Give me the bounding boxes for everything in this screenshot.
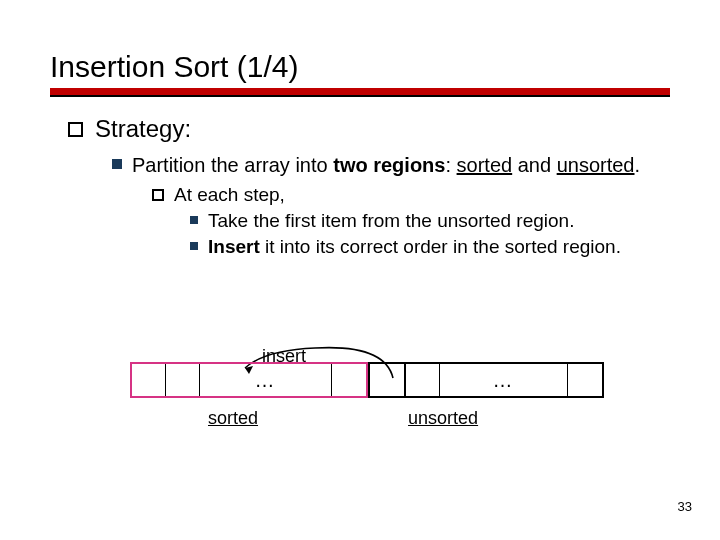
- bullet-l4b: Insert it into its correct order in the …: [190, 235, 670, 259]
- solid-square-icon: [112, 159, 122, 169]
- array-cell: [132, 364, 166, 396]
- slide-title: Insertion Sort (1/4): [50, 50, 670, 84]
- bullet-l1-text: Strategy:: [95, 115, 191, 143]
- l2-u1: sorted: [457, 154, 513, 176]
- array-box: … …: [130, 362, 610, 398]
- solid-square-icon: [190, 216, 198, 224]
- array-cell: [166, 364, 200, 396]
- bullet-l3: At each step,: [152, 183, 670, 207]
- unsorted-label: unsorted: [408, 408, 478, 429]
- hollow-square-icon: [152, 189, 164, 201]
- l2-mid: :: [445, 154, 456, 176]
- ellipsis-cell: …: [440, 364, 568, 396]
- bullet-l1: Strategy:: [68, 115, 670, 143]
- ellipsis-cell: …: [200, 364, 332, 396]
- bullet-l3-text: At each step,: [174, 183, 285, 207]
- region-labels: sorted unsorted: [130, 408, 610, 429]
- sorted-region: …: [130, 362, 368, 398]
- l2-end: .: [635, 154, 641, 176]
- unsorted-region: …: [368, 362, 604, 398]
- array-cell: [332, 364, 366, 396]
- first-unsorted-cell: [368, 364, 406, 396]
- l4b-rest: it into its correct order in the sorted …: [260, 236, 621, 257]
- l2-bold: two regions: [333, 154, 445, 176]
- bullet-l2-text: Partition the array into two regions: so…: [132, 153, 640, 179]
- bullet-l4b-text: Insert it into its correct order in the …: [208, 235, 621, 259]
- solid-square-icon: [190, 242, 198, 250]
- page-number: 33: [678, 499, 692, 514]
- bullet-l4a: Take the first item from the unsorted re…: [190, 209, 670, 233]
- bullet-l4a-text: Take the first item from the unsorted re…: [208, 209, 574, 233]
- l2-u2: unsorted: [557, 154, 635, 176]
- l2-and: and: [512, 154, 556, 176]
- sorted-label: sorted: [208, 408, 258, 429]
- l4b-bold: Insert: [208, 236, 260, 257]
- array-cell: [568, 364, 602, 396]
- insertion-diagram: insert … … sorted unsorted: [130, 362, 610, 429]
- array-cell: [406, 364, 440, 396]
- l2-pre: Partition the array into: [132, 154, 333, 176]
- hollow-square-icon: [68, 122, 83, 137]
- title-underline: [50, 88, 670, 97]
- bullet-l2: Partition the array into two regions: so…: [112, 153, 670, 179]
